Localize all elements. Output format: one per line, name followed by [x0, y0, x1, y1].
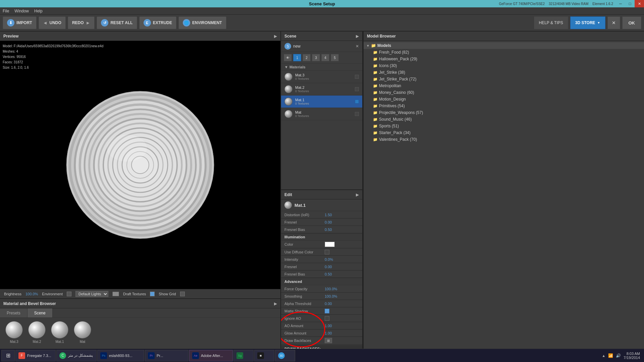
scene-tab-3[interactable]: 3: [312, 54, 320, 61]
ao-amount-value[interactable]: 1.00: [325, 324, 332, 328]
environment-button[interactable]: 🌐 ENVIRONMENT: [178, 16, 226, 29]
preview-expand-icon[interactable]: ▶: [274, 34, 277, 39]
tab-scene[interactable]: Scene: [28, 308, 53, 317]
mat-list-item-1[interactable]: Mat.2 0 Textures: [281, 83, 362, 96]
close-window-button[interactable]: ✕: [635, 0, 644, 7]
network-icon: 📶: [608, 353, 613, 358]
task-item-0[interactable]: F Freegate 7.3...: [15, 350, 56, 361]
scene-tab-5[interactable]: 5: [331, 54, 339, 61]
tree-item-3[interactable]: 📁 Jet_Strike (38): [364, 69, 644, 76]
color-swatch[interactable]: [325, 242, 335, 247]
tree-item-5[interactable]: 📁 Metropolitan: [364, 82, 644, 89]
task-item-5[interactable]: Sg: [233, 350, 254, 361]
fresnel2-value[interactable]: 0.00: [325, 265, 332, 269]
store-button[interactable]: 3D STORE ▼: [570, 16, 605, 29]
brightness-value[interactable]: 100.0%: [25, 292, 38, 296]
tree-item-12[interactable]: 📁 Starter_Pack (34): [364, 129, 644, 136]
scene-tab-4[interactable]: 4: [321, 54, 329, 61]
close-button[interactable]: ✕: [607, 16, 620, 29]
lights-select[interactable]: Default Lights: [75, 291, 108, 297]
task-item-2[interactable]: Ps eslah800-93...: [97, 350, 144, 361]
menu-window[interactable]: Window: [14, 9, 29, 13]
task-item-7[interactable]: 3D: [275, 350, 295, 361]
scene-view-icon[interactable]: 👁: [284, 54, 292, 61]
sys-arrow-icon[interactable]: ▲: [602, 354, 605, 358]
redo-button[interactable]: REDO ►: [68, 16, 95, 29]
tree-item-6[interactable]: 📁 Money_Casino (60): [364, 89, 644, 96]
taskbar-start[interactable]: ⊞: [1, 350, 15, 361]
draft-textures-checkbox[interactable]: [150, 292, 155, 296]
undo-button[interactable]: ◄ UNDO: [39, 16, 66, 29]
mat-browser-item-3[interactable]: Mat: [74, 321, 91, 344]
tree-item-11[interactable]: 📁 Sports (51): [364, 123, 644, 129]
task-item-3[interactable]: Pr Pr...: [145, 350, 189, 361]
ignore-ao-checkbox[interactable]: [325, 316, 329, 321]
mat-indicator-0[interactable]: [355, 75, 359, 79]
scene-panel: Scene ▶ S new ✕ 👁 1 2 3 4 5 ▼ Materials: [281, 32, 362, 190]
tree-item-0[interactable]: 📁 Fresh_Food (82): [364, 49, 644, 56]
task-item-1[interactable]: C پشمشکل در متر: [56, 350, 97, 361]
mat-list-item-2[interactable]: Mat.1 0 Textures: [281, 96, 362, 108]
materials-collapse-icon[interactable]: ▼: [284, 65, 288, 69]
reset-button[interactable]: ↺ RESET ALL: [97, 16, 137, 29]
scene-tab-1[interactable]: 1: [293, 54, 301, 61]
tree-item-10[interactable]: 📁 Sound_Music (46): [364, 116, 644, 123]
tree-item-1[interactable]: 📁 Halloween_Pack (29): [364, 56, 644, 62]
tree-item-9[interactable]: 📁 Projectile_Weapons (57): [364, 109, 644, 116]
folder-icon-5: 📁: [373, 84, 378, 88]
scene-close-icon[interactable]: ✕: [356, 44, 359, 49]
tree-item-4[interactable]: 📁 Jet_Strike_Pack (72): [364, 76, 644, 82]
tree-item-7[interactable]: 📁 Motion_Design: [364, 96, 644, 103]
mat-indicator-2[interactable]: [355, 100, 359, 104]
volume-icon[interactable]: 🔊: [616, 353, 621, 358]
import-button[interactable]: ⬇ IMPORT: [3, 16, 37, 29]
help-tips-button[interactable]: HELP & TIPS: [534, 16, 568, 29]
use-diffuse-checkbox[interactable]: [325, 250, 329, 254]
mat-list-item-3[interactable]: Mat 0 Textures: [281, 108, 362, 120]
task-item-6[interactable]: ■: [254, 350, 274, 361]
glow-amount-value[interactable]: 1.00: [325, 331, 332, 335]
mat-indicator-3[interactable]: [355, 112, 359, 116]
alpha-threshold-value[interactable]: 0.00: [325, 302, 332, 306]
scene-expand-icon[interactable]: ▶: [356, 34, 359, 39]
tree-item-13[interactable]: 📁 Valentines_Pack (70): [364, 136, 644, 143]
matte-shadow-checkbox[interactable]: [325, 309, 329, 313]
environment-checkbox[interactable]: [67, 292, 71, 296]
tree-root-models[interactable]: ▼ 📁 Models: [364, 42, 644, 49]
menu-help[interactable]: Help: [34, 9, 43, 13]
intensity-value[interactable]: 0.0%: [325, 257, 333, 261]
minimize-button[interactable]: ─: [616, 0, 625, 7]
preview-viewport: Model: F:/Aida/Uses/659853a8326199d7636f…: [0, 41, 280, 289]
tab-presets[interactable]: Presets: [0, 308, 28, 317]
maximize-button[interactable]: □: [625, 0, 635, 7]
scene-tab-2[interactable]: 2: [303, 54, 311, 61]
clock: 8:03 AM 7/19/2014: [624, 352, 640, 360]
edit-expand-icon[interactable]: ▶: [356, 192, 359, 197]
draw-backfaces-control[interactable]: ▦: [325, 338, 332, 343]
brightness-label: Brightness: [4, 292, 21, 296]
fresnel-bias-value[interactable]: 0.50: [325, 228, 332, 232]
fresnel-value[interactable]: 0.00: [325, 220, 332, 224]
ok-button[interactable]: OK: [622, 16, 642, 29]
ao-amount-label: AO Amount: [284, 324, 325, 328]
extrude-button[interactable]: E EXTRUDE: [139, 16, 176, 29]
tree-item-2[interactable]: 📁 Icons (30): [364, 62, 644, 69]
force-opacity-value[interactable]: 100.0%: [325, 287, 337, 291]
mat-browser-item-2[interactable]: Mat.1: [51, 321, 68, 344]
task-item-4[interactable]: Ae Adobe After...: [189, 350, 233, 361]
folder-icon-10: 📁: [373, 117, 378, 122]
mat-browser-expand-icon[interactable]: ▶: [274, 301, 277, 306]
show-grid-checkbox[interactable]: [180, 292, 185, 296]
mat-list-item-0[interactable]: Mat.3 0 Textures: [281, 71, 362, 83]
folder-icon-0: 📁: [373, 50, 378, 55]
smoothing-value[interactable]: 100.0%: [325, 294, 337, 298]
mat-browser-item-0[interactable]: Mat.3: [5, 321, 23, 344]
mat-indicator-1[interactable]: [355, 87, 359, 91]
tree-item-8[interactable]: 📁 Primitives (54): [364, 103, 644, 109]
matte-shadow-label: Matte Shadow: [284, 309, 325, 313]
fresnel-bias2-value[interactable]: 0.50: [325, 272, 332, 276]
task-icon-7: 3D: [278, 352, 285, 359]
distortion-value[interactable]: 1.50: [325, 213, 332, 217]
menu-file[interactable]: File: [3, 9, 9, 13]
mat-browser-item-1[interactable]: Mat.2: [28, 321, 46, 344]
